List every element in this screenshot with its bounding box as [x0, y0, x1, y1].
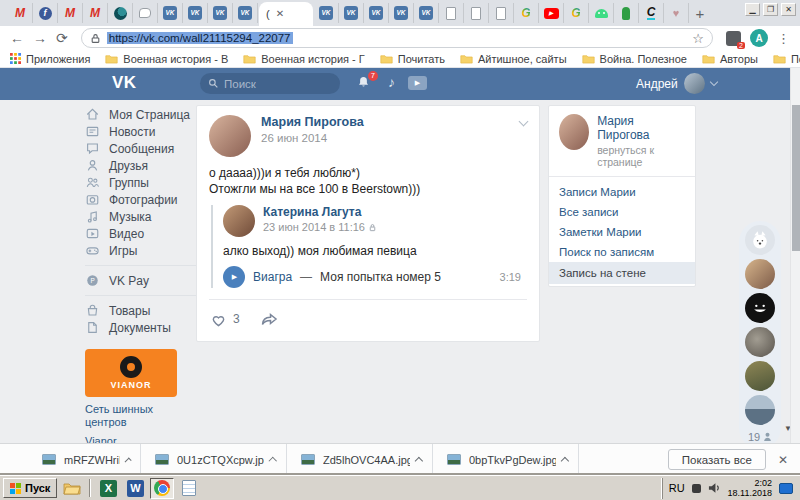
reload-icon[interactable]: ⟳	[56, 31, 68, 45]
bookmark-folder[interactable]: Военная история - Г	[243, 53, 364, 65]
sidebar-item-groups[interactable]: Группы	[85, 174, 197, 191]
audio-play-icon[interactable]	[223, 266, 245, 288]
bookmark-folder[interactable]: Покупки	[773, 53, 800, 65]
menu-item-wall-post[interactable]: Запись на стене	[549, 262, 695, 284]
video-icon[interactable]	[408, 76, 427, 90]
taskbar-notepad-button[interactable]	[177, 478, 201, 499]
tab-vk[interactable]	[314, 3, 339, 23]
post-menu-chevron-icon[interactable]	[519, 117, 529, 127]
taskbar-chrome-button[interactable]	[150, 478, 174, 499]
ad-title-line2[interactable]: Vianor	[85, 435, 197, 443]
bookmark-folder[interactable]: Военная история - В	[105, 53, 228, 65]
tab-doc[interactable]	[489, 3, 514, 23]
menu-dots-icon[interactable]	[777, 31, 790, 46]
tab-plant[interactable]	[614, 3, 639, 23]
language-indicator[interactable]: RU	[669, 482, 685, 494]
sidebar-item-video[interactable]: Видео	[85, 225, 197, 242]
tab-gmail[interactable]	[58, 3, 83, 23]
tab-teal-app[interactable]	[108, 3, 133, 23]
tab-vk[interactable]	[208, 3, 233, 23]
page-scrollbar[interactable]	[790, 68, 800, 443]
tab-vk[interactable]	[158, 3, 183, 23]
sidebar-item-my-page[interactable]: Моя Страница	[85, 106, 197, 123]
menu-item-search-posts[interactable]: Поиск по записям	[549, 242, 695, 262]
maximize-button[interactable]: ❐	[763, 3, 778, 16]
tab-facebook[interactable]	[33, 3, 58, 23]
download-menu-chevron-icon[interactable]	[269, 457, 277, 465]
share-icon[interactable]	[259, 309, 279, 329]
download-item[interactable]: mRFZWHriLzc.jpg	[0, 444, 141, 475]
audio-artist[interactable]: Виагра	[253, 270, 292, 284]
minimize-button[interactable]: ▁	[745, 3, 760, 16]
sidebar-item-messages[interactable]: Сообщения	[85, 140, 197, 157]
sidebar-item-goods[interactable]: Товары	[85, 302, 197, 319]
tab-vk[interactable]	[389, 3, 414, 23]
post-author-name[interactable]: Мария Пирогова	[261, 115, 364, 129]
taskbar-clock[interactable]: 2:02 18.11.2018	[728, 478, 772, 498]
bookmark-folder[interactable]: Почитать	[380, 53, 445, 65]
ad-title-line1[interactable]: Сеть шинных центров	[85, 403, 197, 429]
back-icon[interactable]: ←	[10, 31, 24, 45]
right-panel-avatar[interactable]	[559, 114, 589, 150]
friend-avatar[interactable]	[745, 293, 775, 323]
friend-avatar[interactable]	[745, 361, 775, 391]
download-item[interactable]: Zd5lhOVC4AA.jpg	[287, 444, 433, 475]
music-icon[interactable]	[388, 74, 395, 90]
forward-icon[interactable]: →	[33, 31, 47, 45]
audio-attachment[interactable]: Виагра — Моя попытка номер 5 3:19	[223, 266, 527, 288]
tab-vk[interactable]	[183, 3, 208, 23]
friend-avatar[interactable]	[745, 259, 775, 289]
bookmark-star-icon[interactable]	[692, 31, 704, 46]
tab-close-icon[interactable]	[276, 9, 284, 19]
vk-search[interactable]	[200, 73, 340, 94]
menu-item-maria-posts[interactable]: Записи Марии	[549, 182, 695, 202]
sidebar-item-news[interactable]: Новости	[85, 123, 197, 140]
download-menu-chevron-icon[interactable]	[124, 457, 131, 464]
search-input[interactable]	[224, 78, 324, 90]
taskbar-excel-button[interactable]	[96, 478, 120, 499]
online-count-row[interactable]: 19	[748, 431, 772, 443]
bookmark-apps[interactable]: Приложения	[10, 53, 90, 65]
show-desktop-icon[interactable]	[779, 483, 793, 494]
speaker-icon[interactable]	[708, 482, 721, 494]
right-panel-name[interactable]: Мария Пирогова	[597, 114, 685, 142]
post-date[interactable]: 26 июн 2014	[261, 132, 364, 144]
menu-item-maria-notes[interactable]: Заметки Марии	[549, 222, 695, 242]
vk-dog-avatar[interactable]	[745, 225, 775, 255]
tab-vk[interactable]	[364, 3, 389, 23]
tab-doc[interactable]	[464, 3, 489, 23]
tab-vk[interactable]	[339, 3, 364, 23]
scrollbar-thumb[interactable]	[792, 105, 800, 251]
tab-c-app[interactable]	[639, 3, 664, 23]
friend-avatar[interactable]	[745, 395, 775, 425]
tab-gmail[interactable]	[83, 3, 108, 23]
tab-youtube[interactable]	[539, 3, 564, 23]
vk-profile-menu[interactable]: Андрей	[636, 73, 717, 94]
tab-vk[interactable]	[414, 3, 439, 23]
download-menu-chevron-icon[interactable]	[561, 457, 569, 465]
url-text[interactable]: https://vk.com/wall21115294_22077	[107, 32, 293, 44]
download-menu-chevron-icon[interactable]	[415, 457, 423, 465]
back-to-page-link[interactable]: вернуться к странице	[597, 144, 685, 168]
taskbar-folder-button[interactable]	[60, 478, 84, 499]
repost-author-avatar[interactable]	[223, 205, 255, 237]
extension-icon[interactable]: 2	[726, 31, 741, 46]
sidebar-item-friends[interactable]: Друзья	[85, 157, 197, 174]
vk-logo[interactable]	[112, 73, 137, 93]
ad-banner[interactable]: VIANOR	[85, 349, 177, 397]
address-bar[interactable]: https://vk.com/wall21115294_22077	[81, 28, 713, 48]
tab-heart-app[interactable]	[664, 3, 689, 23]
download-item[interactable]: 0bpTkvPgDew.jpg	[433, 444, 579, 475]
show-all-downloads-button[interactable]: Показать все	[668, 449, 766, 470]
tab-google[interactable]	[564, 3, 589, 23]
tab-google[interactable]	[514, 3, 539, 23]
tab-chat[interactable]	[133, 3, 158, 23]
repost-author-name[interactable]: Катерина Лагута	[263, 205, 377, 219]
close-downloads-icon[interactable]	[778, 453, 788, 467]
browser-profile-avatar[interactable]: A	[750, 29, 768, 47]
repost-date[interactable]: 23 июн 2014 в 11:16	[263, 221, 365, 233]
sidebar-item-documents[interactable]: Документы	[85, 319, 197, 336]
post-author-avatar[interactable]	[209, 115, 251, 157]
close-button[interactable]: ✕	[781, 3, 796, 16]
tab-vk[interactable]	[233, 3, 258, 23]
